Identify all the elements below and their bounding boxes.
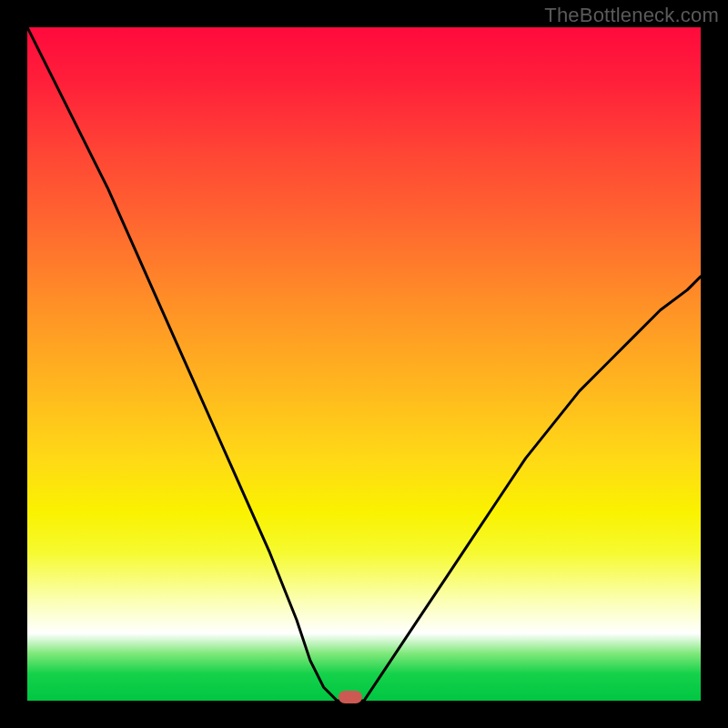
watermark-text: TheBottleneck.com [544,4,719,27]
plot-area [27,27,701,701]
bottleneck-curve [27,27,701,701]
curve-path [27,27,701,701]
optimum-marker [339,691,362,703]
chart-frame: TheBottleneck.com [0,0,728,728]
